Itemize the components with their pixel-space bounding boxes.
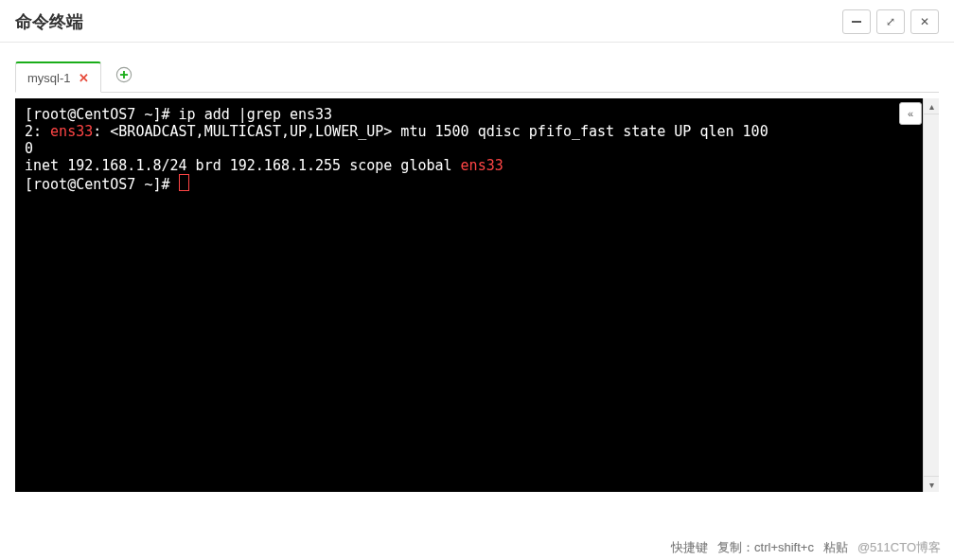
tab-label: mysql-1 [27,71,71,85]
scroll-up-button[interactable]: ▴ [924,98,939,114]
shortcut-label: 快捷键 [671,539,708,556]
collapse-sidebar-button[interactable]: « [899,102,922,125]
tabbar: mysql-1 ✕ [0,43,954,93]
window-title: 命令终端 [15,10,83,33]
output-text: 2: [25,123,50,140]
output-text: : <BROADCAST,MULTICAST,UP,LOWER_UP> mtu … [93,123,768,140]
tab-close-icon[interactable]: ✕ [79,71,89,85]
chevron-left-icon: « [908,108,913,119]
plus-icon [115,66,132,83]
statusbar: 快捷键 复制：ctrl+shift+c 粘贴 @511CTO博客 [0,535,954,560]
titlebar: 命令终端 ⤢ ✕ [0,0,954,43]
expand-icon: ⤢ [886,15,895,28]
prompt-line: [root@CentOS7 ~]# [25,106,179,123]
terminal-scrollbar[interactable]: ▴ ▾ [923,98,939,492]
maximize-button[interactable]: ⤢ [876,9,905,34]
close-button[interactable]: ✕ [910,9,939,34]
prompt-line: [root@CentOS7 ~]# [25,176,179,193]
cursor-icon [179,174,189,191]
close-icon: ✕ [920,15,929,28]
terminal-area: [root@CentOS7 ~]# ip add |grep ens33 2: … [15,98,939,492]
scroll-down-button[interactable]: ▾ [924,476,939,492]
command-text: ip add |grep ens33 [179,106,333,123]
paste-shortcut: 粘贴 [823,539,848,556]
output-highlight: ens33 [461,157,504,174]
watermark: @511CTO博客 [857,539,941,556]
copy-shortcut: 复制：ctrl+shift+c [717,539,814,556]
minimize-icon [852,21,861,23]
tabs: mysql-1 ✕ [15,60,939,93]
tab-mysql-1[interactable]: mysql-1 ✕ [15,61,101,93]
output-text: 0 [25,140,33,157]
output-text: inet 192.168.1.8/24 brd 192.168.1.255 sc… [25,157,461,174]
output-highlight: ens33 [50,123,93,140]
window-controls: ⤢ ✕ [842,9,939,34]
terminal[interactable]: [root@CentOS7 ~]# ip add |grep ens33 2: … [15,98,939,492]
minimize-button[interactable] [842,9,871,34]
add-tab-button[interactable] [109,60,139,90]
